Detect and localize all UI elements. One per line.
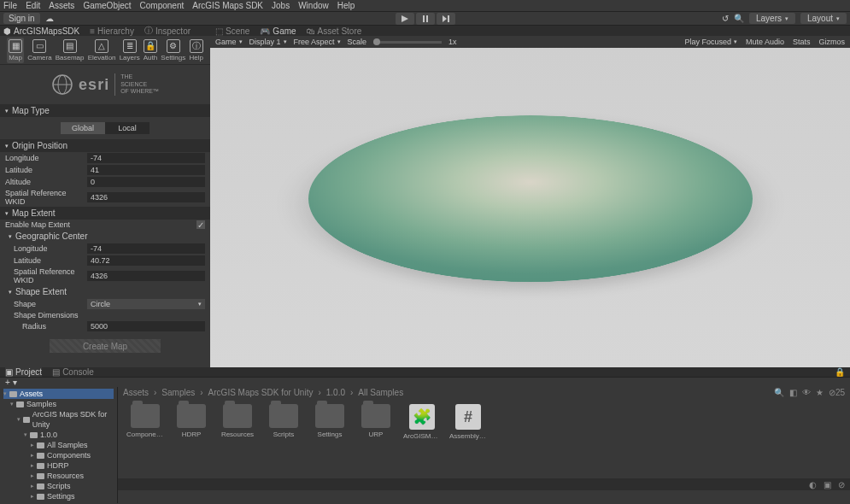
folder-components[interactable]: Componen… [126, 404, 164, 438]
section-map-type[interactable]: Map Type [0, 104, 210, 117]
folder-urp[interactable]: URP [357, 404, 395, 438]
menu-file[interactable]: File [3, 1, 17, 10]
icon-elevation[interactable]: △Elevation [88, 39, 116, 62]
icon-auth[interactable]: 🔒Auth [144, 39, 157, 62]
stats-toggle[interactable]: Stats [793, 38, 811, 46]
cloud-icon[interactable]: ☁ [45, 14, 54, 23]
tab-console[interactable]: ▤ Console [52, 367, 94, 377]
altitude-input[interactable]: 0 [87, 177, 205, 187]
icon-camera[interactable]: ▭Camera [27, 39, 51, 62]
scale-slider[interactable] [373, 41, 442, 44]
vp-display-dropdown[interactable]: Display 1 [249, 38, 287, 46]
left-panel: ⬢ ArcGISMapsSDK ≡ Hierarchy ⓘ Inspector … [0, 26, 210, 367]
lock-icon[interactable]: 🔒 [835, 367, 845, 377]
vp-aspect-dropdown[interactable]: Free Aspect [294, 38, 341, 46]
map-3d-view [308, 115, 753, 282]
tab-project[interactable]: ▣ Project [5, 367, 42, 377]
status-icon-3[interactable]: ⊘ [838, 480, 845, 489]
menu-component[interactable]: Component [140, 1, 185, 10]
folder-scripts[interactable]: Scripts [265, 404, 302, 438]
create-map-button[interactable]: Create Map [50, 339, 161, 353]
radius-label: Radius [5, 322, 87, 331]
tab-inspector[interactable]: ⓘ Inspector [144, 25, 191, 37]
tab-asset-store[interactable]: 🛍 Asset Store [307, 26, 362, 36]
step-button[interactable] [437, 13, 455, 25]
crumb-samples[interactable]: Samples [161, 388, 195, 397]
tree-version[interactable]: 1.0.0 [3, 430, 114, 440]
crumb-ver[interactable]: 1.0.0 [326, 388, 345, 397]
gc-wkid-input[interactable]: 4326 [87, 271, 205, 281]
viewport-toolbar: Game Display 1 Free Aspect Scale 1x Play… [210, 36, 850, 48]
tree-assets[interactable]: Assets [3, 389, 114, 399]
tree-samples[interactable]: Samples [3, 399, 114, 409]
section-map-extent[interactable]: Map Extent [0, 207, 210, 220]
folder-settings[interactable]: Settings [311, 404, 349, 438]
gc-lat-input[interactable]: 40.72 [87, 255, 205, 266]
gizmos-toggle[interactable]: Gizmos [818, 38, 845, 46]
tab-arcgis-sdk[interactable]: ⬢ ArcGISMapsSDK [3, 26, 79, 36]
tree-sdk[interactable]: ArcGIS Maps SDK for Unity [3, 409, 114, 430]
tree-hdrp[interactable]: HDRP [3, 460, 114, 471]
icon-layers[interactable]: ≣Layers [120, 39, 140, 62]
crumb-assets[interactable]: Assets [123, 388, 149, 397]
main-menu-bar: File Edit Assets GameObject Component Ar… [0, 0, 850, 12]
add-button[interactable]: + ▾ [5, 378, 17, 387]
crumb-sdk[interactable]: ArcGIS Maps SDK for Unity [208, 388, 314, 397]
tab-hierarchy[interactable]: ≡ Hierarchy [90, 26, 134, 36]
menu-help[interactable]: Help [337, 1, 355, 10]
undo-history-icon[interactable]: ↺ [722, 14, 729, 23]
tree-all-samples[interactable]: All Samples [3, 440, 114, 450]
menu-arcgis[interactable]: ArcGIS Maps SDK [192, 1, 263, 10]
section-geo-center[interactable]: Geographic Center [0, 230, 210, 243]
longitude-input[interactable]: -74 [87, 153, 205, 163]
vp-game-dropdown[interactable]: Game [215, 38, 243, 46]
tree-components[interactable]: Components [3, 450, 114, 460]
file-arcgis[interactable]: 🧩ArcGISMa… [403, 404, 441, 440]
icon-map[interactable]: ▦Map [7, 38, 24, 63]
section-origin[interactable]: Origin Position [0, 139, 210, 152]
tab-scene[interactable]: ⬚ Scene [215, 26, 249, 36]
bc-star-icon[interactable]: ★ [816, 388, 824, 397]
bottom-tabs: ▣ Project ▤ Console 🔒 [0, 367, 850, 378]
gc-lon-input[interactable]: -74 [87, 243, 205, 254]
section-shape-extent[interactable]: Shape Extent [0, 285, 210, 298]
search-icon[interactable]: 🔍 [734, 14, 744, 23]
bc-filter-icon[interactable]: ◧ [789, 388, 797, 397]
icon-help[interactable]: ⓘHelp [189, 39, 202, 62]
menu-assets[interactable]: Assets [49, 1, 74, 10]
pause-button[interactable] [416, 13, 435, 25]
menu-edit[interactable]: Edit [26, 1, 40, 10]
tree-resources[interactable]: Resources [3, 471, 114, 481]
play-button[interactable] [396, 13, 414, 25]
crumb-all[interactable]: All Samples [358, 388, 403, 397]
toggle-local[interactable]: Local [105, 122, 149, 134]
bc-search-icon[interactable]: 🔍 [774, 388, 784, 397]
icon-basemap[interactable]: ▤Basemap [56, 39, 85, 62]
icon-settings[interactable]: ⚙Settings [161, 39, 185, 62]
bc-hidden-icon[interactable]: 👁 [802, 388, 811, 397]
wkid-input[interactable]: 4326 [87, 192, 205, 202]
game-view[interactable] [210, 48, 850, 367]
breadcrumb: Assets Samples ArcGIS Maps SDK for Unity… [118, 387, 850, 397]
shape-dropdown[interactable]: Circle [87, 299, 205, 309]
tree-settings[interactable]: Settings [3, 491, 114, 501]
folder-hdrp[interactable]: HDRP [173, 404, 210, 438]
status-icon-2[interactable]: ▣ [824, 480, 831, 489]
status-icon-1[interactable]: ◐ [809, 480, 817, 489]
tab-game[interactable]: 🎮 Game [260, 26, 296, 36]
layout-dropdown[interactable]: Layout [800, 13, 847, 24]
radius-input[interactable]: 5000 [87, 321, 205, 331]
menu-gameobject[interactable]: GameObject [83, 1, 131, 10]
folder-resources[interactable]: Resources [219, 404, 256, 438]
toggle-global[interactable]: Global [61, 122, 105, 134]
play-focused-dropdown[interactable]: Play Focused [684, 38, 737, 46]
enable-extent-checkbox[interactable]: ✓ [196, 220, 205, 229]
menu-jobs[interactable]: Jobs [272, 1, 290, 10]
sign-in-button[interactable]: Sign in [3, 13, 40, 24]
file-assembly[interactable]: #AssemblyI… [449, 404, 487, 440]
mute-audio-toggle[interactable]: Mute Audio [746, 38, 784, 46]
layers-dropdown[interactable]: Layers [749, 13, 795, 24]
menu-window[interactable]: Window [298, 1, 329, 10]
tree-scripts[interactable]: Scripts [3, 481, 114, 491]
latitude-input[interactable]: 41 [87, 165, 205, 175]
